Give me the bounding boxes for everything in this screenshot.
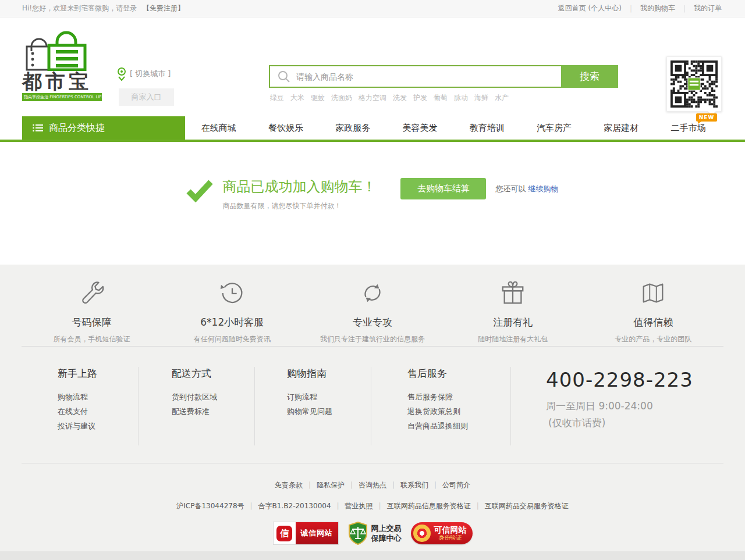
shield-scales-icon <box>348 522 368 545</box>
footer-link[interactable]: 订购流程 <box>287 390 371 404</box>
policy-link[interactable]: 隐私保护 <box>317 481 359 489</box>
credit-site-badge[interactable]: 信 诚信网站 <box>273 522 339 545</box>
footer-col-title: 购物指南 <box>287 367 371 380</box>
registration-link[interactable]: 互联网药品交易服务资格证 <box>485 502 569 510</box>
nav-item-label: 二手市场 <box>670 123 705 133</box>
nav-item-label: 家居建材 <box>604 123 638 133</box>
registration-link[interactable]: 合字B1.B2-20130004 <box>258 502 345 510</box>
footer-links-section: 新手上路 购物流程在线支付投诉与建议 配送方式 货到付款区域配送费标准 购物指南… <box>22 347 723 463</box>
also-text: 您还可以 <box>495 184 526 193</box>
service-phone-block: 400-2298-223 周一至周日 9:00-24:00 (仅收市话费) <box>511 367 693 463</box>
logo-bag-icon <box>23 29 93 71</box>
continue-shopping-link[interactable]: 继续购物 <box>528 184 559 193</box>
my-orders-link[interactable]: 我的订单 <box>694 3 722 13</box>
feature-desc: 我们只专注于建筑行业的信息服务 <box>302 334 442 344</box>
switch-city-button[interactable]: [ 切换城市 ] <box>116 67 171 81</box>
nav-item-label: 在线商城 <box>201 123 236 133</box>
gift-icon <box>499 280 526 306</box>
nav-item-label: 餐饮娱乐 <box>268 123 303 133</box>
footer-link[interactable]: 购物流程 <box>58 390 138 404</box>
trade-protect-line1: 网上交易 <box>371 523 402 533</box>
logo-title: 都市宝 <box>22 71 104 92</box>
footer-col-title: 售后服务 <box>407 367 510 380</box>
nav-item-label: 教育培训 <box>470 123 505 133</box>
registration-link[interactable]: 营业执照 <box>345 502 387 510</box>
free-register-link[interactable]: 【免费注册】 <box>143 4 185 12</box>
hot-keyword-link[interactable]: 洗发 <box>393 93 407 103</box>
success-check-icon <box>186 179 213 202</box>
footer-col-aftersale: 售后服务 售后服务保障退换货政策总则自营商品退换细则 <box>371 367 511 445</box>
feature-register-gift: 注册有礼 随时随地注册有大礼包 <box>443 280 583 346</box>
refresh-icon <box>359 280 386 306</box>
hot-keyword-link[interactable]: 脉动 <box>454 93 468 103</box>
switch-city-label: [ 切换城市 ] <box>130 69 171 79</box>
merchant-entry-button[interactable]: 商家入口 <box>119 88 174 106</box>
policy-link[interactable]: 咨询热点 <box>359 481 400 489</box>
footer-link[interactable]: 退换货政策总则 <box>407 404 510 419</box>
footer-link[interactable]: 售后服务保障 <box>407 390 510 404</box>
footer-link[interactable]: 投诉与建议 <box>58 419 138 433</box>
search-bar: 搜索 <box>269 65 618 88</box>
hot-keyword-link[interactable]: 驱蚊 <box>311 93 325 103</box>
footer-link[interactable]: 自营商品退换细则 <box>407 419 510 433</box>
cart-success-panel: 商品已成功加入购物车！ 商品数量有限，请您尽快下单并付款！ 去购物车结算 您还可… <box>0 142 745 265</box>
footer-link[interactable]: 购物常见问题 <box>287 404 371 419</box>
hot-keyword-link[interactable]: 绿豆 <box>270 93 284 103</box>
hot-keyword-link[interactable]: 洗面奶 <box>331 93 352 103</box>
trusted-site-badge[interactable]: 可信网站 身份验证 <box>411 522 473 544</box>
policy-link[interactable]: 公司简介 <box>442 481 470 489</box>
hot-keyword-link[interactable]: 葡萄 <box>434 93 448 103</box>
footer-col-beginner: 新手上路 购物流程在线支付投诉与建议 <box>22 367 139 445</box>
footer-link[interactable]: 在线支付 <box>58 404 138 419</box>
feature-number-protect: 号码保障 所有会员，手机短信验证 <box>22 280 162 346</box>
registration-link[interactable]: 互联网药品信息服务资格证 <box>387 502 485 510</box>
search-input[interactable] <box>296 66 561 87</box>
wrench-icon <box>79 280 105 306</box>
my-cart-link[interactable]: 我的购物车 <box>640 3 675 13</box>
feature-specialty: 专业专攻 我们只专注于建筑行业的信息服务 <box>302 280 442 346</box>
qr-code-image <box>670 60 718 108</box>
registration-link[interactable]: 沪ICP备13044278号 <box>176 502 258 510</box>
search-icon <box>278 70 290 83</box>
welcome-text: Hi!您好，欢迎来到宅客微购，请登录 <box>22 4 137 12</box>
logo-tagline: 指尖掌控生活 FINGERTIPS CONTROL LIFE <box>22 93 102 101</box>
hot-keyword-link[interactable]: 海鲜 <box>474 93 488 103</box>
nav-item-label: 美容美发 <box>402 123 437 133</box>
nav-item[interactable]: 在线商城 <box>201 123 236 134</box>
nav-item[interactable]: NEW 二手市场 <box>670 123 705 134</box>
page-footer: 号码保障 所有会员，手机短信验证 6*12小时客服 有任何问题随时免费资讯 专业… <box>0 265 745 560</box>
topbar: Hi!您好，欢迎来到宅客微购，请登录 【免费注册】 返回首页 (个人中心) | … <box>0 0 745 17</box>
category-menu-button[interactable]: 商品分类快捷 <box>22 116 185 140</box>
hamburger-icon <box>33 124 43 132</box>
policy-link[interactable]: 免责条款 <box>275 481 317 489</box>
history-clock-icon <box>219 280 246 306</box>
trade-protect-line2: 保障中心 <box>371 533 402 543</box>
certificate-badges: 信 诚信网站 网上交易 保障中心 可信网站 <box>0 522 745 545</box>
go-to-cart-button[interactable]: 去购物车结算 <box>400 178 486 199</box>
site-logo[interactable]: 都市宝 指尖掌控生活 FINGERTIPS CONTROL LIFE <box>22 29 104 101</box>
registration-links: 沪ICP备13044278号合字B1.B2-20130004营业执照互联网药品信… <box>0 500 745 511</box>
footer-link[interactable]: 配送费标准 <box>172 404 254 419</box>
nav-item[interactable]: 汽车房产 <box>537 123 572 134</box>
hot-keyword-link[interactable]: 格力空调 <box>359 93 386 103</box>
nav-item[interactable]: 家政服务 <box>335 123 370 134</box>
nav-menu: 在线商城 餐饮娱乐 家政服务 美容美发 教育培训 <box>185 116 722 140</box>
bottom-strip <box>0 551 745 560</box>
nav-item[interactable]: 餐饮娱乐 <box>268 123 303 134</box>
header: 都市宝 指尖掌控生活 FINGERTIPS CONTROL LIFE [ 切换城… <box>0 17 745 116</box>
feature-desc: 随时随地注册有大礼包 <box>443 334 583 344</box>
nav-item[interactable]: 教育培训 <box>470 123 505 134</box>
success-subtitle: 商品数量有限，请您尽快下单并付款！ <box>222 201 376 211</box>
feature-title: 注册有礼 <box>443 316 583 329</box>
trade-protect-badge[interactable]: 网上交易 保障中心 <box>348 522 402 545</box>
hot-keyword-link[interactable]: 水产 <box>495 93 509 103</box>
location-pin-icon <box>116 67 127 81</box>
home-link[interactable]: 返回首页 (个人中心) <box>558 3 622 13</box>
footer-link[interactable]: 货到付款区域 <box>172 390 254 404</box>
search-button[interactable]: 搜索 <box>561 65 618 88</box>
hot-keyword-link[interactable]: 大米 <box>290 93 304 103</box>
nav-item[interactable]: 家居建材 <box>604 123 638 134</box>
nav-item[interactable]: 美容美发 <box>402 123 437 134</box>
hot-keyword-link[interactable]: 护发 <box>413 93 427 103</box>
policy-link[interactable]: 联系我们 <box>400 481 442 489</box>
